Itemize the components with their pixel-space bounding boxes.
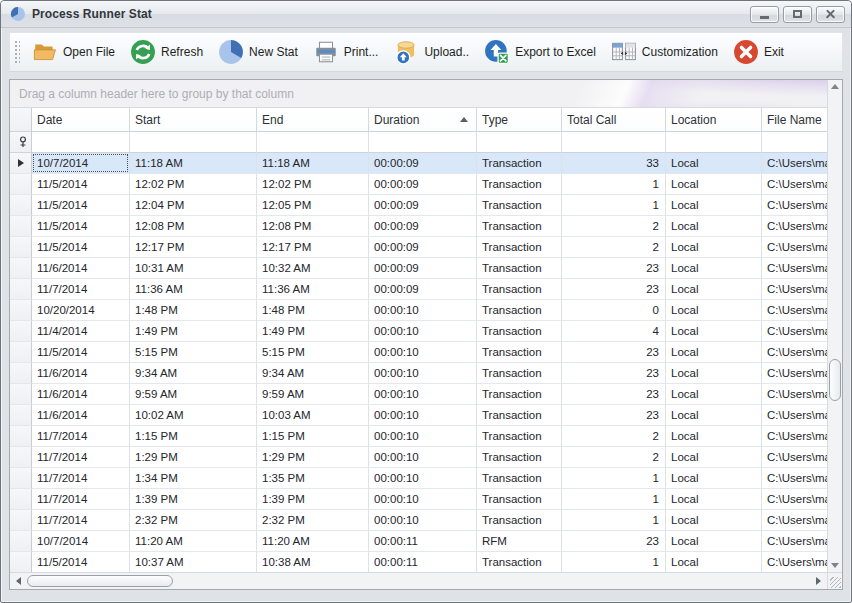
horizontal-scroll-thumb[interactable] bbox=[27, 575, 173, 587]
toolbar-grip[interactable] bbox=[13, 39, 20, 65]
table-row[interactable]: 11/5/201412:17 PM12:17 PM00:00:09Transac… bbox=[10, 237, 827, 258]
cell-date[interactable]: 11/5/2014 bbox=[32, 216, 130, 237]
cell-duration[interactable]: 00:00:09 bbox=[369, 258, 477, 279]
row-indicator[interactable] bbox=[10, 321, 32, 342]
cell-start[interactable]: 2:32 PM bbox=[130, 510, 257, 531]
cell-file-name[interactable]: C:\Users\ma bbox=[762, 195, 827, 216]
minimize-button[interactable] bbox=[750, 6, 779, 23]
cell-end[interactable]: 11:20 AM bbox=[257, 531, 369, 552]
row-indicator[interactable] bbox=[10, 258, 32, 279]
open-file-button[interactable]: Open File bbox=[26, 35, 124, 69]
cell-date[interactable]: 11/5/2014 bbox=[32, 552, 130, 572]
cell-duration[interactable]: 00:00:10 bbox=[369, 426, 477, 447]
table-row[interactable]: 11/7/20141:29 PM1:29 PM00:00:10Transacti… bbox=[10, 447, 827, 468]
resize-grip[interactable] bbox=[828, 572, 842, 589]
table-row[interactable]: 10/20/20141:48 PM1:48 PM00:00:10Transact… bbox=[10, 300, 827, 321]
scroll-left-icon[interactable] bbox=[12, 575, 25, 588]
cell-duration[interactable]: 00:00:09 bbox=[369, 237, 477, 258]
cell-end[interactable]: 9:34 AM bbox=[257, 363, 369, 384]
cell-total-call[interactable]: 1 bbox=[562, 174, 666, 195]
cell-duration[interactable]: 00:00:10 bbox=[369, 447, 477, 468]
cell-start[interactable]: 1:15 PM bbox=[130, 426, 257, 447]
cell-file-name[interactable]: C:\Users\ma bbox=[762, 384, 827, 405]
filter-cell-start[interactable] bbox=[130, 132, 257, 153]
cell-file-name[interactable]: C:\Users\ma bbox=[762, 321, 827, 342]
row-indicator[interactable] bbox=[10, 510, 32, 531]
table-row[interactable]: 10/7/201411:18 AM11:18 AM00:00:09Transac… bbox=[10, 153, 827, 174]
column-header-date[interactable]: Date bbox=[32, 108, 130, 132]
cell-end[interactable]: 10:38 AM bbox=[257, 552, 369, 572]
cell-total-call[interactable]: 2 bbox=[562, 237, 666, 258]
cell-start[interactable]: 12:04 PM bbox=[130, 195, 257, 216]
cell-total-call[interactable]: 1 bbox=[562, 468, 666, 489]
cell-total-call[interactable]: 1 bbox=[562, 489, 666, 510]
horizontal-scroll-track[interactable] bbox=[25, 575, 812, 588]
cell-file-name[interactable]: C:\Users\ma bbox=[762, 174, 827, 195]
table-row[interactable]: 11/5/20145:15 PM5:15 PM00:00:10Transacti… bbox=[10, 342, 827, 363]
row-indicator[interactable] bbox=[10, 300, 32, 321]
table-row[interactable]: 11/5/201412:08 PM12:08 PM00:00:09Transac… bbox=[10, 216, 827, 237]
cell-date[interactable]: 11/6/2014 bbox=[32, 258, 130, 279]
column-header-start[interactable]: Start bbox=[130, 108, 257, 132]
vertical-scroll-track[interactable] bbox=[829, 93, 842, 559]
cell-location[interactable]: Local bbox=[666, 552, 762, 572]
cell-end[interactable]: 1:39 PM bbox=[257, 489, 369, 510]
cell-end[interactable]: 1:15 PM bbox=[257, 426, 369, 447]
cell-date[interactable]: 11/7/2014 bbox=[32, 510, 130, 531]
cell-type[interactable]: RFM bbox=[477, 531, 562, 552]
cell-start[interactable]: 12:08 PM bbox=[130, 216, 257, 237]
cell-type[interactable]: Transaction bbox=[477, 384, 562, 405]
cell-file-name[interactable]: C:\Users\ma bbox=[762, 489, 827, 510]
row-indicator[interactable] bbox=[10, 489, 32, 510]
cell-start[interactable]: 9:59 AM bbox=[130, 384, 257, 405]
cell-type[interactable]: Transaction bbox=[477, 426, 562, 447]
table-row[interactable]: 11/7/20142:32 PM2:32 PM00:00:10Transacti… bbox=[10, 510, 827, 531]
cell-date[interactable]: 10/20/2014 bbox=[32, 300, 130, 321]
cell-end[interactable]: 1:48 PM bbox=[257, 300, 369, 321]
cell-location[interactable]: Local bbox=[666, 363, 762, 384]
table-row[interactable]: 11/7/20141:15 PM1:15 PM00:00:10Transacti… bbox=[10, 426, 827, 447]
cell-type[interactable]: Transaction bbox=[477, 552, 562, 572]
cell-start[interactable]: 11:36 AM bbox=[130, 279, 257, 300]
cell-location[interactable]: Local bbox=[666, 174, 762, 195]
cell-type[interactable]: Transaction bbox=[477, 195, 562, 216]
cell-duration[interactable]: 00:00:09 bbox=[369, 216, 477, 237]
cell-location[interactable]: Local bbox=[666, 489, 762, 510]
cell-total-call[interactable]: 1 bbox=[562, 510, 666, 531]
cell-total-call[interactable]: 0 bbox=[562, 300, 666, 321]
cell-date[interactable]: 11/7/2014 bbox=[32, 279, 130, 300]
cell-end[interactable]: 10:03 AM bbox=[257, 405, 369, 426]
cell-type[interactable]: Transaction bbox=[477, 216, 562, 237]
cell-file-name[interactable]: C:\Users\ma bbox=[762, 468, 827, 489]
cell-total-call[interactable]: 23 bbox=[562, 279, 666, 300]
cell-location[interactable]: Local bbox=[666, 468, 762, 489]
scroll-right-icon[interactable] bbox=[812, 575, 825, 588]
cell-end[interactable]: 9:59 AM bbox=[257, 384, 369, 405]
new-stat-button[interactable]: New Stat bbox=[212, 35, 307, 69]
maximize-button[interactable] bbox=[783, 6, 812, 23]
cell-date[interactable]: 11/5/2014 bbox=[32, 195, 130, 216]
row-indicator[interactable] bbox=[10, 216, 32, 237]
cell-duration[interactable]: 00:00:09 bbox=[369, 279, 477, 300]
cell-duration[interactable]: 00:00:09 bbox=[369, 174, 477, 195]
cell-file-name[interactable]: C:\Users\ma bbox=[762, 300, 827, 321]
cell-end[interactable]: 12:02 PM bbox=[257, 174, 369, 195]
cell-end[interactable]: 12:05 PM bbox=[257, 195, 369, 216]
filter-cell-location[interactable] bbox=[666, 132, 762, 153]
cell-duration[interactable]: 00:00:10 bbox=[369, 321, 477, 342]
cell-start[interactable]: 1:48 PM bbox=[130, 300, 257, 321]
cell-duration[interactable]: 00:00:10 bbox=[369, 489, 477, 510]
table-row[interactable]: 11/4/20141:49 PM1:49 PM00:00:10Transacti… bbox=[10, 321, 827, 342]
row-indicator[interactable] bbox=[10, 531, 32, 552]
cell-duration[interactable]: 00:00:09 bbox=[369, 195, 477, 216]
row-indicator[interactable] bbox=[10, 279, 32, 300]
cell-type[interactable]: Transaction bbox=[477, 258, 562, 279]
close-button[interactable] bbox=[816, 6, 845, 23]
column-header-duration[interactable]: Duration bbox=[369, 108, 477, 132]
cell-file-name[interactable]: C:\Users\ma bbox=[762, 216, 827, 237]
table-row[interactable]: 11/5/201412:04 PM12:05 PM00:00:09Transac… bbox=[10, 195, 827, 216]
cell-end[interactable]: 1:35 PM bbox=[257, 468, 369, 489]
scroll-down-icon[interactable] bbox=[829, 559, 842, 572]
cell-file-name[interactable]: C:\Users\ma bbox=[762, 342, 827, 363]
cell-duration[interactable]: 00:00:10 bbox=[369, 363, 477, 384]
